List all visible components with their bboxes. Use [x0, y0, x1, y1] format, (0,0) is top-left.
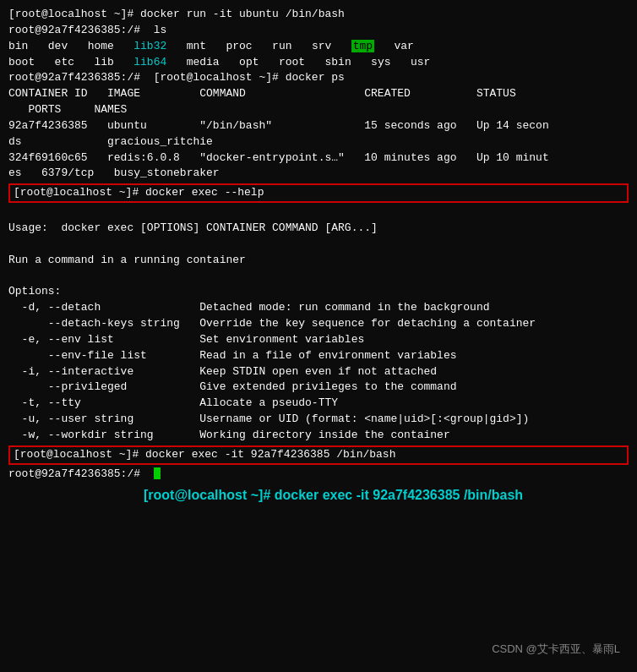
ls-row2: boot etc lib lib64 media opt root sbin s…	[8, 55, 629, 71]
opt-detach: -d, --detach Detached mode: run command …	[8, 300, 629, 316]
opt-tty: -t, --tty Allocate a pseudo-TTY	[8, 396, 629, 412]
terminal: [root@localhost ~]# docker run -it ubunt…	[0, 0, 637, 512]
opt-interactive: -i, --interactive Keep STDIN open even i…	[8, 364, 629, 380]
result-prompt: root@92a7f4236385:/#	[8, 467, 629, 483]
exec-it-cmd: [root@localhost ~]# docker exec -it 92a7…	[8, 445, 629, 465]
opt-detach-keys: --detach-keys string Override the key se…	[8, 316, 629, 332]
ps-table-header: CONTAINER ID IMAGE COMMAND CREATED STATU…	[8, 86, 629, 102]
ps-row1a: 92a7f4236385 ubuntu "/bin/bash" 15 secon…	[8, 118, 629, 134]
options-header: Options:	[8, 284, 629, 300]
ps-table-header2: PORTS NAMES	[8, 102, 629, 118]
opt-user: -u, --user string Username or UID (forma…	[8, 412, 629, 428]
opt-env: -e, --env list Set environment variables	[8, 332, 629, 348]
ps-row2b: es 6379/tcp busy_stonebraker	[8, 166, 629, 182]
watermark-text: CSDN @艾卡西亚、暴雨L	[492, 642, 620, 657]
usage-line: Usage: docker exec [OPTIONS] CONTAINER C…	[8, 221, 629, 237]
opt-privileged: --privileged Give extended privileges to…	[8, 380, 629, 396]
ps-row2a: 324f69160c65 redis:6.0.8 "docker-entrypo…	[8, 150, 629, 167]
blank3	[8, 269, 629, 285]
run-desc: Run a command in a running container	[8, 253, 629, 269]
annotation-text: [root@localhost ~]# docker exec -it 92a7…	[144, 485, 629, 505]
blank1	[8, 205, 629, 221]
line-prompt-ls: root@92a7f4236385:/# ls	[8, 23, 629, 39]
blank2	[8, 237, 629, 253]
ls-row1: bin dev home lib32 mnt proc run srv tmp …	[8, 39, 629, 55]
cursor	[154, 467, 161, 479]
opt-env-file: --env-file list Read in a file of enviro…	[8, 348, 629, 364]
ps-row1b: ds gracious_ritchie	[8, 134, 629, 150]
exec-help-cmd: [root@localhost ~]# docker exec --help	[8, 183, 629, 203]
line-docker-ps-cmd: root@92a7f4236385:/# [root@localhost ~]#…	[8, 70, 629, 86]
opt-workdir: -w, --workdir string Working directory i…	[8, 428, 629, 444]
line-docker-run: [root@localhost ~]# docker run -it ubunt…	[8, 7, 629, 23]
